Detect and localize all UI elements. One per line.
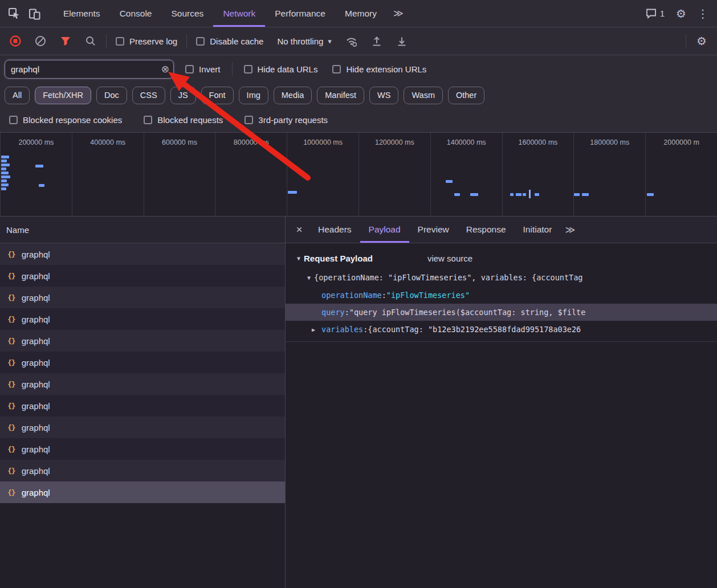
import-har-icon[interactable] — [367, 31, 386, 51]
record-stop-button[interactable] — [6, 31, 25, 51]
type-filter-media[interactable]: Media — [274, 87, 312, 104]
hide-extension-urls-toggle[interactable]: Hide extension URLs — [329, 64, 430, 74]
search-icon — [84, 35, 97, 47]
close-details-icon[interactable]: × — [289, 223, 309, 236]
request-name: graphql — [22, 271, 50, 281]
disable-cache-checkbox[interactable] — [196, 37, 205, 46]
table-row[interactable]: {}graphql — [0, 481, 285, 503]
network-search-button[interactable] — [81, 31, 100, 51]
type-filter-wasm[interactable]: Wasm — [404, 87, 443, 104]
issues-counter[interactable]: 1 — [641, 7, 669, 19]
waterfall-bar — [1, 156, 9, 158]
network-overview-timeline[interactable]: 200000 ms400000 ms600000 ms800000 ms1000… — [0, 132, 717, 217]
table-row[interactable]: {}graphql — [0, 243, 285, 265]
json-braces-icon: {} — [7, 423, 15, 432]
detail-tab-payload[interactable]: Payload — [360, 217, 409, 243]
settings-icon[interactable]: ⚙ — [671, 4, 691, 23]
timeline-segment: 600000 ms — [144, 133, 215, 216]
main-tab-sources[interactable]: Sources — [162, 0, 214, 27]
table-row[interactable]: {}graphql — [0, 352, 285, 373]
type-filter-css[interactable]: CSS — [132, 87, 165, 104]
table-row[interactable]: {}graphql — [0, 265, 285, 287]
invert-filter-toggle[interactable]: Invert — [182, 64, 224, 74]
hide-extension-urls-checkbox[interactable] — [332, 65, 341, 74]
invert-checkbox[interactable] — [185, 65, 194, 74]
network-settings-icon[interactable]: ⚙ — [692, 31, 711, 51]
type-filter-font[interactable]: Font — [201, 87, 234, 104]
network-conditions-icon[interactable] — [342, 31, 361, 51]
view-source-link[interactable]: view source — [427, 254, 472, 263]
table-row[interactable]: {}graphql — [0, 460, 285, 481]
payload-summary-row[interactable]: ▼ {operationName: "ipFlowTimeseries", va… — [286, 268, 717, 287]
detail-tab-initiator[interactable]: Initiator — [515, 217, 561, 243]
settings-glyph: ⚙ — [676, 8, 686, 19]
type-filter-ws[interactable]: WS — [369, 87, 398, 104]
section-title: Request Payload — [304, 254, 373, 263]
inspect-element-icon[interactable] — [5, 4, 24, 23]
export-har-icon[interactable] — [392, 31, 412, 51]
advanced-filter-blocked-requests[interactable]: Blocked requests — [140, 115, 226, 125]
issues-count: 1 — [660, 9, 665, 18]
type-filter-img[interactable]: Img — [239, 87, 268, 104]
filter-input-box: ⊗ — [5, 60, 174, 79]
kebab-menu-icon[interactable]: ⋮ — [693, 4, 712, 23]
request-payload-section[interactable]: ▼ Request Payload view source — [286, 248, 717, 268]
type-filter-manifest[interactable]: Manifest — [317, 87, 364, 104]
waterfall-bar — [1, 164, 10, 166]
advanced-filter-3rd-party-requests[interactable]: 3rd-party requests — [241, 115, 331, 125]
main-tab-console[interactable]: Console — [110, 0, 162, 27]
preserve-log-toggle[interactable]: Preserve log — [112, 36, 181, 46]
payload-entry[interactable]: operationName: "ipFlowTimeseries" — [286, 287, 717, 304]
disable-cache-toggle[interactable]: Disable cache — [193, 36, 267, 46]
table-row[interactable]: {}graphql — [0, 287, 285, 308]
blocked-response-cookies-checkbox[interactable] — [9, 116, 18, 124]
preserve-log-checkbox[interactable] — [116, 37, 124, 46]
name-column-header[interactable]: Name — [0, 217, 285, 243]
record-stop-glyph — [9, 35, 22, 47]
payload-key: operationName — [321, 291, 382, 300]
type-filter-other[interactable]: Other — [448, 87, 484, 104]
table-row[interactable]: {}graphql — [0, 373, 285, 395]
waterfall-bar — [510, 193, 514, 196]
more-detail-tabs-icon[interactable]: ≫ — [565, 224, 575, 236]
payload-key: variables — [321, 325, 363, 334]
device-toolbar-icon[interactable] — [25, 4, 44, 23]
clear-network-log-button[interactable] — [31, 31, 50, 51]
request-name: graphql — [22, 379, 50, 389]
collapse-triangle-icon[interactable]: ▼ — [307, 275, 311, 281]
blocked-requests-checkbox[interactable] — [144, 116, 152, 124]
table-row[interactable]: {}graphql — [0, 330, 285, 352]
more-main-tabs-icon[interactable]: ≫ — [388, 7, 409, 19]
collapse-triangle-icon[interactable]: ▼ — [297, 255, 300, 262]
waterfall-bar — [288, 191, 297, 194]
main-tab-network[interactable]: Network — [213, 0, 265, 27]
main-tab-performance[interactable]: Performance — [265, 0, 335, 27]
detail-tab-preview[interactable]: Preview — [409, 217, 458, 243]
3rd-party-requests-checkbox[interactable] — [245, 116, 253, 124]
advanced-filter-blocked-response-cookies[interactable]: Blocked response cookies — [6, 115, 125, 125]
main-tab-elements[interactable]: Elements — [54, 0, 110, 27]
table-row[interactable]: {}graphql — [0, 395, 285, 416]
json-braces-icon: {} — [7, 272, 15, 280]
throttling-value: No throttling — [277, 36, 323, 46]
table-row[interactable]: {}graphql — [0, 438, 285, 460]
payload-entry[interactable]: query: "query ipFlowTimeseries($accountT… — [286, 304, 717, 321]
detail-tab-headers[interactable]: Headers — [309, 217, 360, 243]
detail-tab-response[interactable]: Response — [458, 217, 515, 243]
payload-entry[interactable]: ▶variables: {accountTag: "b12e3b2192ee55… — [286, 321, 717, 338]
filter-toggle-button[interactable] — [56, 31, 75, 51]
type-filter-all[interactable]: All — [5, 87, 30, 104]
hide-data-urls-toggle[interactable]: Hide data URLs — [241, 64, 321, 74]
main-tab-memory[interactable]: Memory — [335, 0, 386, 27]
type-filter-js[interactable]: JS — [170, 87, 196, 104]
clear-filter-icon[interactable]: ⊗ — [161, 64, 169, 74]
throttling-select[interactable]: No throttling ▾ — [272, 36, 336, 46]
type-filter-doc[interactable]: Doc — [96, 87, 127, 104]
payload-key: query — [321, 308, 345, 317]
filter-input[interactable] — [5, 60, 173, 78]
table-row[interactable]: {}graphql — [0, 416, 285, 438]
hide-data-urls-checkbox[interactable] — [244, 65, 252, 74]
table-row[interactable]: {}graphql — [0, 308, 285, 330]
type-filter-fetch-xhr[interactable]: Fetch/XHR — [35, 87, 91, 104]
expand-triangle-icon[interactable]: ▶ — [312, 326, 321, 333]
